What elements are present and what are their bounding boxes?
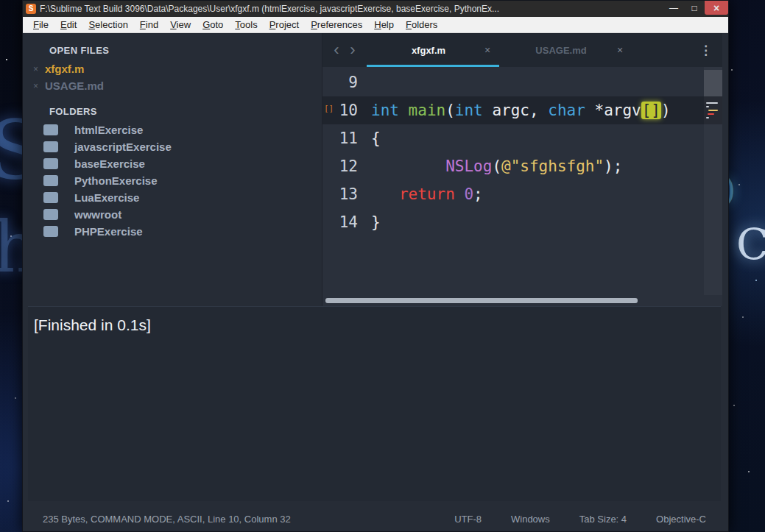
code-text: int main(int argc, char *argv[]) xyxy=(371,96,671,124)
sidebar-folder-javascriptexercise[interactable]: javascriptExercise xyxy=(23,138,322,155)
code-area[interactable]: 9[]10int main(int argc, char *argv[])11{… xyxy=(322,67,722,295)
code-lines: 9[]10int main(int argc, char *argv[])11{… xyxy=(322,68,722,236)
open-file-xfgxf.m[interactable]: ×xfgxf.m xyxy=(23,60,322,77)
status-encoding[interactable]: UTF-8 xyxy=(454,514,482,525)
gutter-spacer xyxy=(322,68,336,96)
code-line-12[interactable]: 12 NSLog(@"sfghsfgh"); xyxy=(322,152,722,180)
menu-item-project[interactable]: Project xyxy=(264,18,305,32)
maximize-button[interactable]: □ xyxy=(684,1,705,15)
code-line-14[interactable]: 14} xyxy=(322,208,722,236)
minimap[interactable] xyxy=(704,67,722,295)
text-cursor: [] xyxy=(641,102,661,119)
wallpaper-letter: C xyxy=(736,219,765,269)
sidebar-folder-luaexercise[interactable]: LuaExercise xyxy=(23,189,322,206)
line-number: 9 xyxy=(336,68,358,96)
menu-item-folders[interactable]: Folders xyxy=(400,18,443,32)
horizontal-scrollbar[interactable] xyxy=(322,295,722,306)
tab-usage.md[interactable]: USAGE.md× xyxy=(499,33,632,67)
line-number: 11 xyxy=(336,124,358,152)
gutter-spacer xyxy=(322,180,336,208)
status-line-endings[interactable]: Windows xyxy=(511,514,550,525)
minimize-button[interactable]: — xyxy=(663,1,684,15)
open-file-usage.md[interactable]: ×USAGE.md xyxy=(23,77,322,94)
menu-item-find[interactable]: Find xyxy=(134,18,164,32)
line-number: 13 xyxy=(336,180,358,208)
code-line-13[interactable]: 13 return 0; xyxy=(322,180,722,208)
code-token: NSLog xyxy=(445,157,492,175)
main-area: OPEN FILES ×xfgxf.m×USAGE.md FOLDERS htm… xyxy=(23,33,728,531)
folder-icon xyxy=(43,209,58,220)
tabs: xfgxf.m×USAGE.md× xyxy=(367,33,632,67)
tab-xfgxf.m[interactable]: xfgxf.m× xyxy=(367,33,499,67)
status-syntax[interactable]: Objective-C xyxy=(656,514,706,525)
sublime-icon: S xyxy=(26,4,36,14)
open-files-list: ×xfgxf.m×USAGE.md xyxy=(23,60,322,94)
code-line-9[interactable]: 9 xyxy=(322,68,722,96)
close-button[interactable]: × xyxy=(705,1,728,15)
status-tab-size[interactable]: Tab Size: 4 xyxy=(579,514,627,525)
code-line-11[interactable]: 11{ xyxy=(322,124,722,152)
code-token xyxy=(371,185,399,203)
tab-forward-button[interactable]: › xyxy=(345,42,361,58)
code-token xyxy=(371,157,445,175)
desktop-background: S h ) C S F:\Sublime Text Build 3096\Dat… xyxy=(0,0,765,532)
code-token: return xyxy=(399,185,455,203)
title-bar[interactable]: S F:\Sublime Text Build 3096\Data\Packag… xyxy=(23,1,728,17)
build-output-text: [Finished in 0.1s] xyxy=(28,307,721,334)
code-token: @"sfghsfgh" xyxy=(501,157,604,175)
menu-item-edit[interactable]: Edit xyxy=(54,18,82,32)
menu-item-tools[interactable]: Tools xyxy=(229,18,263,32)
sidebar-folder-wwwroot[interactable]: wwwroot xyxy=(23,206,322,223)
sidebar-folder-pythonexercise[interactable]: PythonExercise xyxy=(23,172,322,189)
tab-overflow-button[interactable]: ⋮ xyxy=(695,43,716,58)
menu-item-help[interactable]: Help xyxy=(368,18,400,32)
line-number: 10 xyxy=(336,96,358,124)
minimap-line xyxy=(706,117,709,118)
horizontal-scrollbar-thumb[interactable] xyxy=(325,298,638,303)
code-token: *argv xyxy=(585,102,641,119)
folder-label: PythonExercise xyxy=(74,174,158,187)
tab-close-icon[interactable]: × xyxy=(480,44,495,56)
folder-label: javascriptExercise xyxy=(74,141,172,153)
sidebar-folder-phpexercise[interactable]: PHPExercise xyxy=(23,223,322,240)
code-text: return 0; xyxy=(371,180,483,208)
code-token: } xyxy=(371,213,381,231)
folder-label: PHPExercise xyxy=(74,225,143,238)
open-files-header: OPEN FILES xyxy=(49,45,322,56)
window-title: F:\Sublime Text Build 3096\Data\Packages… xyxy=(40,4,663,14)
menu-item-preferences[interactable]: Preferences xyxy=(305,18,368,32)
minimap-viewport[interactable] xyxy=(704,70,722,96)
folders-header: FOLDERS xyxy=(49,106,322,117)
menu-item-file[interactable]: File xyxy=(27,18,54,32)
tab-back-button[interactable]: ‹ xyxy=(328,42,345,58)
code-token: ( xyxy=(492,157,501,175)
code-line-10[interactable]: []10int main(int argc, char *argv[]) xyxy=(322,96,722,124)
code-token xyxy=(455,185,465,203)
folder-label: LuaExercise xyxy=(74,191,139,204)
close-file-icon[interactable]: × xyxy=(33,64,45,74)
sidebar-folder-baseexercise[interactable]: baseExercise xyxy=(23,155,322,172)
gutter-spacer xyxy=(322,208,336,236)
close-file-icon[interactable]: × xyxy=(33,81,45,91)
code-token: main xyxy=(409,102,446,119)
code-token: int xyxy=(371,102,399,119)
tab-label: xfgxf.m xyxy=(377,45,480,56)
code-token: ; xyxy=(473,185,483,203)
wallpaper-stars xyxy=(6,59,7,60)
menu-item-view[interactable]: View xyxy=(164,18,197,32)
code-token: ) xyxy=(661,102,671,119)
minimap-line xyxy=(706,102,718,104)
tab-close-icon[interactable]: × xyxy=(613,44,627,56)
menu-item-goto[interactable]: Goto xyxy=(197,18,229,32)
menu-item-selection[interactable]: Selection xyxy=(82,18,133,32)
folder-label: baseExercise xyxy=(74,157,145,170)
status-bar: 235 Bytes, COMMAND MODE, ASCII, Line 10,… xyxy=(23,501,728,531)
code-token: ); xyxy=(604,157,622,175)
folder-icon xyxy=(43,226,58,237)
code-token: ( xyxy=(445,102,455,119)
sidebar-folder-htmlexercise[interactable]: htmlExercise xyxy=(23,121,322,138)
code-text: NSLog(@"sfghsfgh"); xyxy=(371,152,622,180)
code-token: int xyxy=(455,102,483,119)
folder-icon xyxy=(43,124,58,135)
sublime-window: S F:\Sublime Text Build 3096\Data\Packag… xyxy=(22,0,729,532)
